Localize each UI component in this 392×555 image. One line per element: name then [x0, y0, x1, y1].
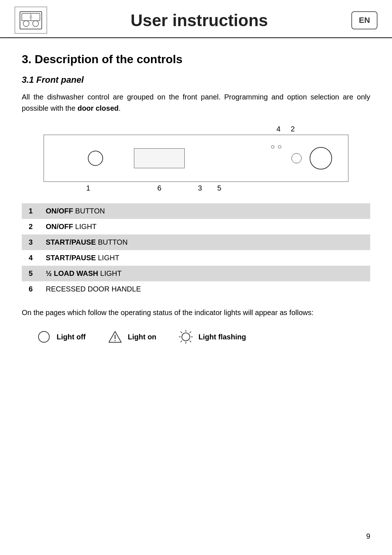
- row-desc: ON/OFF BUTTON: [40, 203, 370, 219]
- row-num: 4: [22, 250, 40, 266]
- svg-line-14: [180, 331, 182, 333]
- label-2: 2: [291, 125, 295, 133]
- logo-box: [15, 7, 47, 34]
- top-labels: 4 2: [44, 125, 348, 133]
- panel-diagram: 4 2 1 6 3 5: [44, 125, 348, 192]
- indicator-dots: [271, 145, 281, 148]
- light-on-icon: [107, 329, 123, 344]
- light-flashing-icon: [178, 329, 193, 344]
- svg-point-3: [33, 21, 38, 26]
- onoff-light-diagram: [291, 153, 302, 163]
- row-num: 3: [22, 234, 40, 250]
- row-desc: ½ LOAD WASH LIGHT: [40, 266, 370, 281]
- page-header: User instructions EN: [0, 0, 392, 38]
- lights-row: Light off Light on: [22, 329, 370, 344]
- light-off-label: Light off: [57, 333, 86, 341]
- svg-line-15: [189, 341, 191, 342]
- label-4: 4: [277, 125, 281, 133]
- page-title: User instructions: [47, 11, 351, 30]
- row-num: 6: [22, 281, 40, 297]
- light-flashing-item: Light flashing: [178, 329, 246, 344]
- startpause-button-diagram: [310, 147, 332, 170]
- controls-table: 1 ON/OFF BUTTON 2 ON/OFF LIGHT 3 START/P…: [22, 203, 370, 297]
- bottom-label-3: 3: [198, 184, 202, 192]
- light-off-icon: [36, 329, 52, 344]
- table-row: 3 START/PAUSE BUTTON: [22, 234, 370, 250]
- table-row: 1 ON/OFF BUTTON: [22, 203, 370, 219]
- circle-empty-icon: [37, 330, 50, 343]
- dot-4: [271, 145, 274, 148]
- door-handle-diagram: [134, 148, 185, 168]
- subsection-title: 3.1 Front panel: [22, 75, 370, 85]
- main-content: 3. Description of the controls 3.1 Front…: [0, 38, 392, 359]
- onoff-button-diagram: [88, 151, 103, 166]
- table-row: 5 ½ LOAD WASH LIGHT: [22, 266, 370, 281]
- row-num: 2: [22, 219, 40, 234]
- row-desc: START/PAUSE LIGHT: [40, 250, 370, 266]
- row-num: 1: [22, 203, 40, 219]
- language-badge: EN: [351, 11, 377, 29]
- page-number: 9: [366, 532, 370, 540]
- svg-point-9: [114, 340, 115, 341]
- table-row: 2 ON/OFF LIGHT: [22, 219, 370, 234]
- indicator-paragraph: On the pages which follow the operating …: [22, 307, 370, 318]
- row-desc: START/PAUSE BUTTON: [40, 234, 370, 250]
- light-on-item: Light on: [107, 329, 156, 344]
- bottom-label-5: 5: [217, 184, 221, 192]
- row-num: 5: [22, 266, 40, 281]
- section-title-text: Description of the controls: [35, 53, 183, 66]
- svg-line-16: [189, 331, 191, 333]
- dot-2: [278, 145, 281, 148]
- bottom-label-1: 1: [86, 184, 90, 192]
- svg-point-6: [38, 331, 49, 342]
- section-title: 3. Description of the controls: [22, 53, 370, 66]
- sun-circle-icon: [178, 328, 193, 345]
- light-off-item: Light off: [36, 329, 86, 344]
- light-flashing-label: Light flashing: [199, 333, 246, 341]
- svg-point-18: [182, 333, 190, 341]
- svg-line-17: [180, 341, 182, 342]
- row-desc: RECESSED DOOR HANDLE: [40, 281, 370, 297]
- table-row: 4 START/PAUSE LIGHT: [22, 250, 370, 266]
- panel-box: [44, 135, 348, 182]
- svg-point-2: [23, 21, 29, 26]
- svg-point-5: [29, 15, 32, 19]
- dishwasher-logo-icon: [18, 10, 44, 31]
- row-desc: ON/OFF LIGHT: [40, 219, 370, 234]
- intro-paragraph: All the dishwasher control are grouped o…: [22, 91, 370, 114]
- light-on-label: Light on: [128, 333, 156, 341]
- table-row: 6 RECESSED DOOR HANDLE: [22, 281, 370, 297]
- bottom-label-6: 6: [158, 184, 162, 192]
- triangle-warning-icon: [108, 330, 122, 343]
